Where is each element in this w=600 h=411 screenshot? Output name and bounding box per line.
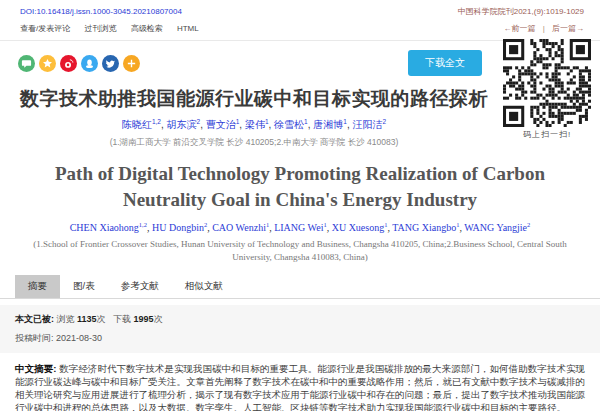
tab-figures-tables[interactable]: 图/表 <box>60 275 108 298</box>
download-fulltext-button[interactable]: 下载全文 <box>408 50 482 76</box>
author-link[interactable]: CHEN Xiaohong <box>70 222 139 233</box>
english-header: Path of Digital Technology Promoting Rea… <box>0 161 600 263</box>
author-en: TANG Xiangbo1, <box>392 222 464 233</box>
article-page: DOI:10.16418/j.issn.1000-3045.2021080700… <box>0 0 600 411</box>
views-label: 浏览 <box>57 314 75 324</box>
author-link[interactable]: LIANG Wei <box>274 222 323 233</box>
author-link[interactable]: 陈晓红 <box>122 119 152 130</box>
usage-stats: 本文已被: 浏览 1135次 下载 1995次 <box>15 313 585 326</box>
qr-caption: 码上扫一扫! <box>503 129 591 140</box>
tencent-weibo-share-icon[interactable] <box>102 55 119 72</box>
author-cn: 唐湘博1, <box>313 119 352 130</box>
stats-label: 本文已被: <box>15 314 54 324</box>
weibo-share-icon[interactable] <box>60 55 77 72</box>
author-cn: 徐雪松1, <box>274 119 313 130</box>
tab-references[interactable]: 参考文献 <box>108 275 172 298</box>
affiliation-cn: (1.湖南工商大学 前沿交叉学院 长沙 410205;2.中南大学 商学院 长沙… <box>8 137 500 149</box>
author-link[interactable]: 唐湘博 <box>313 119 343 130</box>
article-pager: ←前一篇 | 后一篇→ <box>503 23 584 34</box>
author-cn: 胡东滨2, <box>167 119 206 130</box>
prev-article-link[interactable]: ←前一篇 <box>503 24 535 33</box>
tab-similar-articles[interactable]: 相似文献 <box>172 275 236 298</box>
abstract-text: 数字经济时代下数字技术是实现我国碳中和目标的重要工具。能源行业是我国碳排放的最大… <box>15 363 585 411</box>
article-title-en: Path of Digital Technology Promoting Rea… <box>0 161 600 213</box>
qzone-share-icon[interactable] <box>39 55 56 72</box>
abstract-label: 中文摘要: <box>15 363 56 374</box>
affiliation-en: (1.School of Frontier Crossover Studies,… <box>26 238 574 264</box>
stats-box: 本文已被: 浏览 1135次 下载 1995次 投稿时间: 2021-08-30 <box>0 305 600 353</box>
author-link[interactable]: 汪阳洁 <box>352 119 382 130</box>
tab-abstract[interactable]: 摘要 <box>15 275 60 298</box>
author-link[interactable]: 曹文治 <box>206 119 236 130</box>
author-link[interactable]: CAO Wenzhi <box>212 222 266 233</box>
nav-back-issues-link[interactable]: 过刊浏览 <box>84 24 116 33</box>
title-en-line1: Path of Digital Technology Promoting Rea… <box>0 161 600 187</box>
author-link[interactable]: HU Dongbin <box>152 222 204 233</box>
downloads-count: 1995 <box>134 314 154 324</box>
wechat-share-icon[interactable] <box>18 55 35 72</box>
top-bar: DOI:10.16418/j.issn.1000-3045.2021080700… <box>0 0 600 19</box>
qr-code-image <box>503 39 591 127</box>
authors-en: CHEN Xiaohong1,2, HU Dongbin2, CAO Wenzh… <box>0 220 600 232</box>
author-cn: 曹文治1, <box>206 119 245 130</box>
author-link[interactable]: 徐雪松 <box>274 119 304 130</box>
title-en-line2: Neutrality Goal in China's Energy Indust… <box>0 187 600 213</box>
author-cn: 陈晓红1,2, <box>122 119 167 130</box>
nav-advanced-search-link[interactable]: 高级检索 <box>131 24 163 33</box>
journal-citation: 中国科学院院刊2021,(9):1019-1029 <box>458 6 584 17</box>
author-cn: 梁伟1, <box>245 119 274 130</box>
author-en: LIANG Wei1, <box>274 222 332 233</box>
author-link[interactable]: 胡东滨 <box>167 119 197 130</box>
next-article-link[interactable]: 后一篇→ <box>552 24 584 33</box>
author-cn: 汪阳洁2 <box>352 119 386 130</box>
qq-share-icon[interactable] <box>81 55 98 72</box>
views-count: 1135 <box>77 314 97 324</box>
share-icons <box>18 55 140 72</box>
author-en: CHEN Xiaohong1,2, <box>70 222 152 233</box>
nav-links: 查看/发表评论 过刊浏览 高级检索 HTML <box>20 23 211 34</box>
nav-html-link[interactable]: HTML <box>177 24 199 33</box>
received-label: 投稿时间: <box>15 333 54 343</box>
downloads-label: 下载 <box>113 314 131 324</box>
author-en: WANG Yangjie2 <box>464 222 530 233</box>
authors-cn: 陈晓红1,2, 胡东滨2, 曹文治1, 梁伟1, 徐雪松1, 唐湘博1, 汪阳洁… <box>8 118 500 132</box>
author-en: CAO Wenzhi1, <box>212 222 274 233</box>
author-en: XU Xuesong1, <box>332 222 393 233</box>
author-en: HU Dongbin2, <box>152 222 212 233</box>
qr-panel: 码上扫一扫! <box>503 39 591 140</box>
article-title-cn: 数字技术助推我国能源行业碳中和目标实现的路径探析 <box>8 85 500 112</box>
content-tabs: 摘要 图/表 参考文献 相似文献 <box>0 275 600 299</box>
abstract-section: 中文摘要: 数字经济时代下数字技术是实现我国碳中和目标的重要工具。能源行业是我国… <box>0 353 600 411</box>
nav-comments-link[interactable]: 查看/发表评论 <box>20 24 70 33</box>
author-link[interactable]: TANG Xiangbo <box>392 222 456 233</box>
doi-link[interactable]: DOI:10.16418/j.issn.1000-3045.2021080700… <box>20 7 182 16</box>
received-date-row: 投稿时间: 2021-08-30 <box>15 332 585 345</box>
author-link[interactable]: XU Xuesong <box>332 222 385 233</box>
nav-row: 查看/发表评论 过刊浏览 高级检索 HTML ←前一篇 | 后一篇→ <box>0 19 600 41</box>
more-share-icon[interactable] <box>123 55 140 72</box>
pager-separator: | <box>543 24 545 33</box>
author-link[interactable]: 梁伟 <box>245 119 265 130</box>
received-date: 2021-08-30 <box>56 333 102 343</box>
author-link[interactable]: WANG Yangjie <box>464 222 527 233</box>
